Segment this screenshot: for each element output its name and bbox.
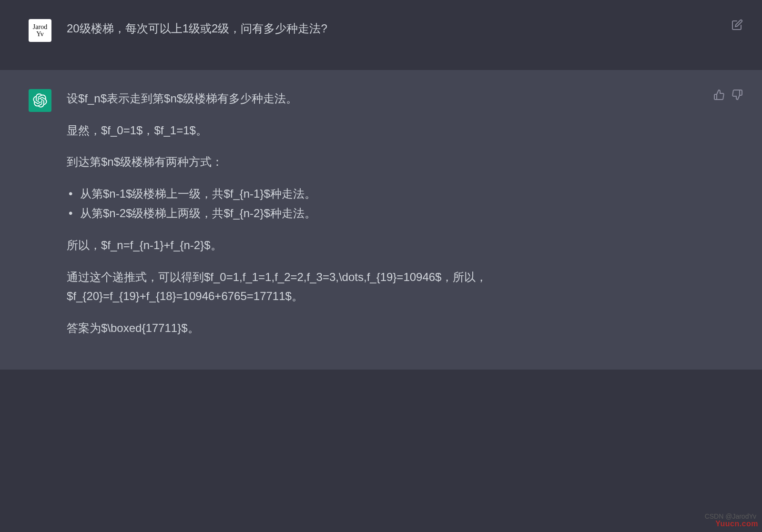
assistant-actions xyxy=(713,89,743,100)
assistant-p4: 所以，$f_n=f_{n-1}+f_{n-2}$。 xyxy=(67,236,695,255)
user-question: 20级楼梯，每次可以上1级或2级，问有多少种走法? xyxy=(67,19,695,39)
thumbs-down-icon[interactable] xyxy=(732,89,743,100)
thumbs-up-icon[interactable] xyxy=(713,89,725,100)
assistant-content: 设$f_n$表示走到第$n$级楼梯有多少种走法。 显然，$f_0=1$，$f_1… xyxy=(67,89,733,351)
user-avatar: Jarod Yv xyxy=(29,19,51,42)
assistant-li2: 从第$n-2$级楼梯上两级，共$f_{n-2}$种走法。 xyxy=(80,204,695,223)
assistant-p1: 设$f_n$表示走到第$n$级楼梯有多少种走法。 xyxy=(67,89,695,109)
assistant-list: 从第$n-1$级楼梯上一级，共$f_{n-1}$种走法。 从第$n-2$级楼梯上… xyxy=(80,184,695,223)
assistant-message: 设$f_n$表示走到第$n$级楼梯有多少种走法。 显然，$f_0=1$，$f_1… xyxy=(0,70,762,370)
user-content: 20级楼梯，每次可以上1级或2级，问有多少种走法? xyxy=(67,19,733,51)
watermark-yuucn: Yuucn.com xyxy=(715,517,758,530)
assistant-p2: 显然，$f_0=1$，$f_1=1$。 xyxy=(67,121,695,141)
user-avatar-text: Jarod Yv xyxy=(30,23,51,38)
assistant-p5: 通过这个递推式，可以得到$f_0=1,f_1=1,f_2=2,f_3=3,\do… xyxy=(67,268,695,307)
user-actions xyxy=(732,19,743,30)
assistant-p3: 到达第$n$级楼梯有两种方式： xyxy=(67,152,695,172)
assistant-p6: 答案为$\boxed{17711}$。 xyxy=(67,319,695,338)
edit-icon[interactable] xyxy=(732,19,743,30)
assistant-avatar xyxy=(29,89,51,112)
openai-icon xyxy=(33,93,47,108)
assistant-li1: 从第$n-1$级楼梯上一级，共$f_{n-1}$种走法。 xyxy=(80,184,695,204)
user-message: Jarod Yv 20级楼梯，每次可以上1级或2级，问有多少种走法? xyxy=(0,0,762,70)
